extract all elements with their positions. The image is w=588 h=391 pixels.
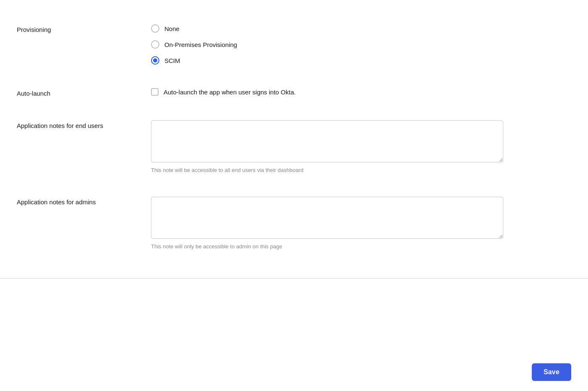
app-notes-end-users-control: This note will be accessible to all end … [151, 120, 571, 173]
radio-on-premises[interactable]: On-Premises Provisioning [151, 40, 571, 49]
footer-divider [0, 278, 588, 279]
radio-scim-label: SCIM [164, 57, 180, 64]
app-notes-end-users-label: Application notes for end users [17, 120, 151, 129]
save-button[interactable]: Save [532, 363, 571, 381]
auto-launch-control: Auto-launch the app when user signs into… [151, 88, 571, 96]
auto-launch-checkbox-label: Auto-launch the app when user signs into… [164, 89, 296, 96]
app-notes-admins-control: This note will only be accessible to adm… [151, 197, 571, 250]
provisioning-label: Provisioning [17, 24, 151, 33]
radio-none[interactable]: None [151, 24, 571, 33]
app-notes-end-users-hint: This note will be accessible to all end … [151, 167, 571, 173]
app-notes-end-users-row: Application notes for end users This not… [17, 109, 571, 185]
form-footer: Save [0, 353, 588, 391]
auto-launch-row: Auto-launch Auto-launch the app when use… [17, 76, 571, 109]
auto-launch-label: Auto-launch [17, 88, 151, 97]
auto-launch-checkbox[interactable] [151, 88, 159, 96]
radio-scim-input[interactable] [151, 56, 159, 65]
app-notes-admins-textarea[interactable] [151, 197, 503, 239]
app-notes-end-users-textarea[interactable] [151, 120, 503, 162]
provisioning-row: Provisioning None On-Premises Provisioni… [17, 13, 571, 76]
radio-scim[interactable]: SCIM [151, 56, 571, 65]
auto-launch-checkbox-item[interactable]: Auto-launch the app when user signs into… [151, 88, 571, 96]
app-notes-admins-label: Application notes for admins [17, 197, 151, 206]
provisioning-control: None On-Premises Provisioning SCIM [151, 24, 571, 65]
app-notes-admins-row: Application notes for admins This note w… [17, 185, 571, 261]
radio-on-premises-input[interactable] [151, 40, 159, 49]
radio-none-input[interactable] [151, 24, 159, 33]
radio-none-label: None [164, 25, 180, 32]
app-notes-admins-hint: This note will only be accessible to adm… [151, 243, 571, 250]
radio-on-premises-label: On-Premises Provisioning [164, 41, 237, 48]
provisioning-radio-group: None On-Premises Provisioning SCIM [151, 24, 571, 65]
form-container: Provisioning None On-Premises Provisioni… [0, 0, 588, 274]
